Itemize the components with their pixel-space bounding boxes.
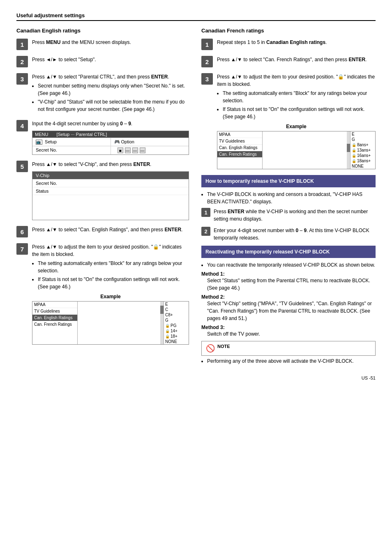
page-number: US -51 (16, 375, 376, 380)
option-label: 🎮 (114, 139, 120, 144)
method2-text: Select "V-Chip" setting ("MPAA", "TV Gui… (207, 300, 376, 322)
note-bullets: Performing any of the three above will a… (207, 357, 376, 365)
page-title: Useful adjustment settings (16, 12, 376, 21)
step-4-content: Input the 4-digit secret number by using… (32, 120, 189, 155)
secret-dashes: ■ — — — (118, 147, 145, 153)
example-fr-right-col: E G 🔒8ans+ 🔒13ans+ 🔒16ans+ 🔒18ans+ NONE (263, 131, 375, 169)
tv-icon: 📺 (36, 140, 42, 145)
vchip-row-secret: Secret No. (32, 180, 189, 187)
example-label-left: Example (32, 294, 189, 299)
note-label: NOTE (217, 344, 230, 349)
method3-text: Switch off the TV power. (207, 330, 376, 338)
how-to-step-1-content: Press ENTER while the V-CHIP is working … (214, 208, 376, 223)
note-icon: 🚫 (206, 344, 215, 353)
how-to-step-1: 1 Press ENTER while the V-CHIP is workin… (201, 208, 376, 223)
example-fr-left-col: MPAA TV Guidelines Can. English Ratings … (217, 131, 263, 169)
method2-title: Method 2: (201, 294, 376, 300)
right-step-3-bullets: The setting automatically enters "Block"… (217, 90, 376, 120)
vchip-row-vchip: V-Chip (32, 172, 189, 180)
step-5-num: 5 (16, 161, 28, 172)
step-1: 1 Press MENU and the MENU screen display… (16, 39, 189, 50)
reactivating-title-box: Reactivating the temporarily released V-… (201, 246, 376, 258)
right-step-2-content: Press ▲/▼ to select "Can. French Ratings… (217, 56, 376, 65)
fr-scrollbar-track (347, 131, 350, 169)
step-3-bullets: Secret number setting menu displays only… (32, 82, 189, 113)
example-left-col: MPAA TV Guidelines Can. English Ratings … (32, 302, 78, 344)
step-2-num: 2 (16, 56, 28, 67)
step-7-num: 7 (16, 243, 28, 255)
step-5: 5 Press ▲/▼ to select "V-Chip", and then… (16, 161, 189, 220)
example-ratings-col: E C C8+ G 🔒PG 🔒14+ 🔒18+ NONE (164, 302, 189, 344)
menu-setup-row: 📺 Setup 🎮 Option (32, 138, 189, 146)
step-2: 2 Press ◄/► to select "Setup". (16, 56, 189, 67)
menu-secret-row: Secret No. ■ — — — (32, 146, 189, 154)
step-2-content: Press ◄/► to select "Setup". (32, 56, 189, 65)
vchip-menu: V-Chip Secret No. Status (32, 171, 189, 220)
step-3-num: 3 (16, 73, 28, 85)
right-step-1-content: Repeat steps 1 to 5 in Canadian English … (217, 39, 376, 48)
left-section-title: Canadian English ratings (16, 28, 189, 34)
example-fr-ratings-col: E G 🔒8ans+ 🔒13ans+ 🔒16ans+ 🔒18ans+ NONE (350, 131, 375, 169)
how-to-step-2-content: Enter your 4-digit secret number with 0 … (214, 227, 376, 242)
vchip-empty-space (32, 195, 189, 220)
example-right-col: E C C8+ G 🔒PG 🔒14+ 🔒18+ NONE (78, 302, 189, 344)
step-6-num: 6 (16, 226, 28, 237)
how-to-step-1-num: 1 (201, 208, 210, 217)
step-7-content: Press ▲/▼ to adjust the item to your des… (32, 243, 189, 345)
how-to-step-2-num: 2 (201, 227, 210, 236)
step-1-num: 1 (16, 39, 28, 50)
vchip-row-status: Status (32, 187, 189, 195)
example-label-right: Example (217, 124, 376, 129)
reactivating-bullets: You can reactivate the temporarily relea… (207, 261, 376, 269)
scrollbar-thumb (160, 306, 164, 314)
right-step-1-num: 1 (201, 39, 213, 50)
step-5-content: Press ▲/▼ to select "V-Chip", and then p… (32, 161, 189, 220)
note-box: 🚫 NOTE (201, 341, 376, 356)
step-6-content: Press ▲/▼ to select "Can. English Rating… (32, 226, 189, 235)
right-step-2-num: 2 (201, 56, 213, 67)
example-table-right: MPAA TV Guidelines Can. English Ratings … (217, 131, 376, 169)
right-step-3-num: 3 (201, 73, 213, 85)
right-step-1: 1 Repeat steps 1 to 5 in Canadian Englis… (201, 39, 376, 50)
scrollbar-track (160, 302, 164, 344)
step-4: 4 Input the 4-digit secret number by usi… (16, 120, 189, 155)
right-step-2: 2 Press ▲/▼ to select "Can. French Ratin… (201, 56, 376, 67)
example-table-left: MPAA TV Guidelines Can. English Ratings … (32, 301, 189, 345)
reactivating-title: Reactivating the temporarily released V-… (205, 249, 330, 255)
menu-header: MENU [Setup ··· Parental CTRL] (32, 131, 189, 138)
setup-label: Setup (45, 139, 57, 144)
how-to-step-2: 2 Enter your 4-digit secret number with … (201, 227, 376, 242)
step-3: 3 Press ▲/▼ to select "Parental CTRL", a… (16, 73, 189, 114)
method1-title: Method 1: (201, 271, 376, 277)
step-3-content: Press ▲/▼ to select "Parental CTRL", and… (32, 73, 189, 114)
how-to-title-box: How to temporarily release the V-CHIP BL… (201, 175, 376, 187)
left-column: Canadian English ratings 1 Press MENU an… (16, 28, 189, 367)
step-4-num: 4 (16, 120, 28, 131)
right-section-title: Canadian French ratings (201, 28, 376, 34)
step-6: 6 Press ▲/▼ to select "Can. English Rati… (16, 226, 189, 237)
how-to-title: How to temporarily release the V-CHIP BL… (205, 178, 314, 184)
method1-text: Select "Status" setting from the Parenta… (207, 277, 376, 292)
step-7: 7 Press ▲/▼ to adjust the item to your d… (16, 243, 189, 345)
how-to-bullets: The V-CHIP BLOCK is working and censors … (207, 191, 376, 205)
right-column: Canadian French ratings 1 Repeat steps 1… (201, 28, 376, 367)
step-1-content: Press MENU and the MENU screen displays. (32, 39, 189, 48)
step-7-bullets: The setting automatically enters "Block"… (32, 260, 189, 290)
menu-box: MENU [Setup ··· Parental CTRL] 📺 Setup 🎮… (32, 131, 189, 155)
method3-title: Method 3: (201, 325, 376, 330)
right-step-3: 3 Press ▲/▼ to adjust the item to your d… (201, 73, 376, 169)
right-step-3-content: Press ▲/▼ to adjust the item to your des… (217, 73, 376, 169)
fr-scrollbar-thumb (347, 144, 350, 152)
